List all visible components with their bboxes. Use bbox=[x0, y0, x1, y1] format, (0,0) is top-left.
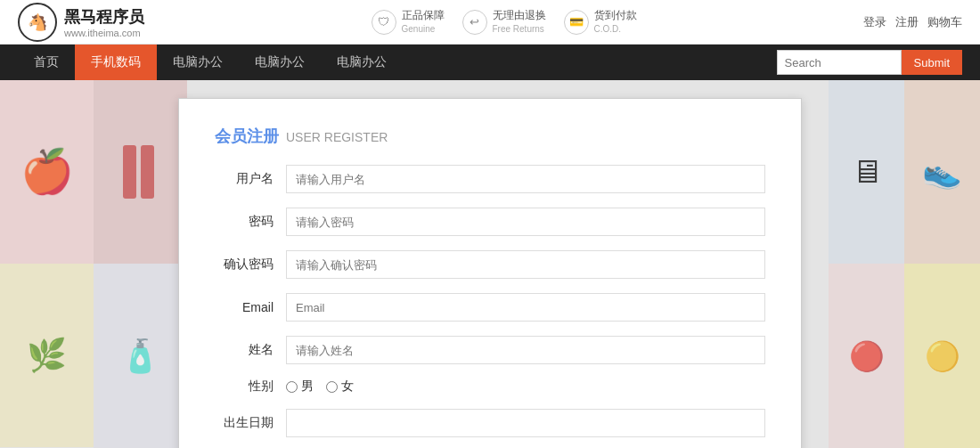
cod-icon: 💳 bbox=[564, 10, 589, 35]
fullname-input[interactable] bbox=[286, 336, 765, 364]
password-label: 密码 bbox=[215, 214, 286, 230]
gender-male-radio[interactable] bbox=[286, 381, 298, 393]
badge-genuine-sub: Genuine bbox=[402, 23, 445, 35]
confirm-password-label: 确认密码 bbox=[215, 257, 286, 273]
gender-male-option[interactable]: 男 bbox=[286, 379, 314, 395]
email-row: Email bbox=[215, 293, 765, 322]
register-link[interactable]: 注册 bbox=[895, 14, 919, 30]
nav-links: 首页 手机数码 电脑办公 电脑办公 电脑办公 bbox=[18, 45, 403, 80]
modal-overlay: 会员注册 USER REGISTER 用户名 密码 确认密码 Email bbox=[0, 80, 980, 448]
search-area: Submit bbox=[777, 50, 962, 75]
badge-genuine-main: 正品保障 bbox=[402, 9, 445, 23]
username-input[interactable] bbox=[286, 165, 765, 193]
badge-returns-sub: Free Returns bbox=[493, 23, 546, 35]
birthday-row: 出生日期 bbox=[215, 409, 765, 437]
gender-female-label: 女 bbox=[341, 379, 354, 395]
logo-area: 🐴 黑马程序员 www.itheima.com bbox=[18, 3, 144, 42]
username-label: 用户名 bbox=[215, 171, 286, 187]
badge-genuine: 🛡 正品保障 Genuine bbox=[372, 9, 445, 35]
fullname-label: 姓名 bbox=[215, 342, 286, 358]
gender-row: 性别 男 女 bbox=[215, 379, 765, 395]
cart-link[interactable]: 购物车 bbox=[927, 14, 962, 30]
gender-label: 性别 bbox=[215, 379, 286, 395]
gender-female-option[interactable]: 女 bbox=[326, 379, 354, 395]
modal-title-en: USER REGISTER bbox=[286, 130, 388, 144]
gender-options: 男 女 bbox=[286, 379, 354, 395]
nav-item-office3[interactable]: 电脑办公 bbox=[321, 45, 403, 80]
gender-female-radio[interactable] bbox=[326, 381, 338, 393]
search-button[interactable]: Submit bbox=[902, 50, 962, 75]
nav-item-home[interactable]: 首页 bbox=[18, 45, 75, 80]
shield-icon: 🛡 bbox=[372, 10, 396, 35]
register-modal: 会员注册 USER REGISTER 用户名 密码 确认密码 Email bbox=[178, 98, 802, 448]
email-label: Email bbox=[215, 300, 286, 314]
nav-item-mobile[interactable]: 手机数码 bbox=[75, 45, 157, 80]
email-input[interactable] bbox=[286, 293, 765, 322]
username-row: 用户名 bbox=[215, 165, 765, 193]
confirm-password-row: 确认密码 bbox=[215, 250, 765, 279]
badge-returns-main: 无理由退换 bbox=[493, 9, 546, 23]
badge-returns: ↩ 无理由退换 Free Returns bbox=[462, 9, 546, 35]
nav-item-office1[interactable]: 电脑办公 bbox=[157, 45, 239, 80]
main-content: 🍎 🌿 🧴 🖥 🔴 👟 🟡 会员注册 bbox=[0, 80, 980, 448]
modal-title: 会员注册 USER REGISTER bbox=[215, 126, 765, 147]
logo-subtitle: www.itheima.com bbox=[64, 28, 144, 38]
logo-title: 黑马程序员 bbox=[64, 6, 144, 28]
fullname-row: 姓名 bbox=[215, 336, 765, 364]
badge-cod-main: 货到付款 bbox=[594, 9, 637, 23]
trust-badges: 🛡 正品保障 Genuine ↩ 无理由退换 Free Returns 💳 货到… bbox=[144, 9, 863, 35]
gender-male-label: 男 bbox=[301, 379, 314, 395]
confirm-password-input[interactable] bbox=[286, 250, 765, 279]
birthday-input[interactable] bbox=[286, 409, 765, 437]
nav-item-office2[interactable]: 电脑办公 bbox=[239, 45, 321, 80]
nav-bar: 首页 手机数码 电脑办公 电脑办公 电脑办公 Submit bbox=[0, 45, 980, 80]
top-bar: 🐴 黑马程序员 www.itheima.com 🛡 正品保障 Genuine ↩… bbox=[0, 0, 980, 45]
login-link[interactable]: 登录 bbox=[863, 14, 886, 30]
return-icon: ↩ bbox=[462, 10, 487, 35]
password-input[interactable] bbox=[286, 208, 765, 236]
password-row: 密码 bbox=[215, 208, 765, 236]
badge-cod-sub: C.O.D. bbox=[594, 23, 637, 35]
logo-icon: 🐴 bbox=[18, 3, 57, 42]
user-links: 登录 注册 购物车 bbox=[863, 14, 962, 30]
search-input[interactable] bbox=[777, 50, 902, 75]
badge-cod: 💳 货到付款 C.O.D. bbox=[564, 9, 637, 35]
modal-title-cn: 会员注册 bbox=[215, 126, 279, 147]
birthday-label: 出生日期 bbox=[215, 415, 286, 431]
